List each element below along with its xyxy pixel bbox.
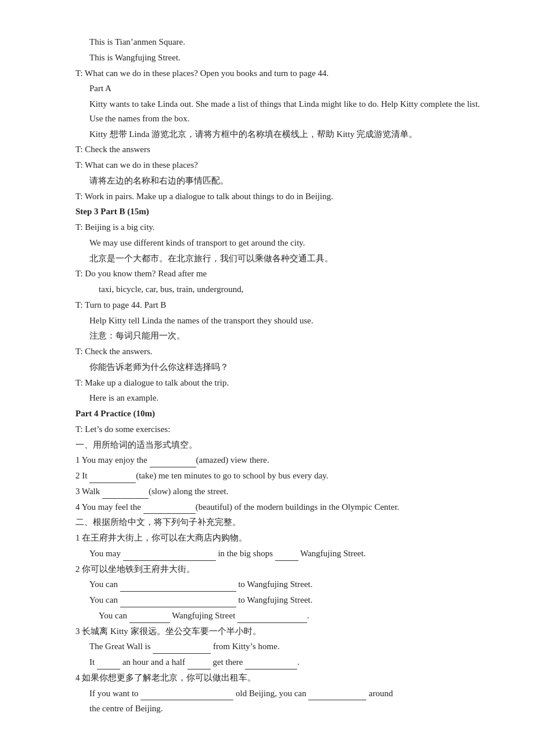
line-part-a: Part A: [75, 81, 482, 96]
blank-wangfujing-2: [237, 614, 307, 623]
line-beijing-big: T: Beijing is a big city.: [75, 220, 482, 235]
line-section1-header: 一、用所给词的适当形式填空。: [75, 438, 482, 452]
line-work-pairs: T: Work in pairs. Make up a dialogue to …: [75, 189, 482, 204]
line-note-chinese: 注意：每词只能用一次。: [75, 329, 482, 343]
line-transport-chinese: 北京是一个大都市。在北京旅行，我们可以乘做各种交通工具。: [75, 251, 482, 266]
document-content: This is Tian’anmen Square. This is Wangf…: [75, 35, 482, 716]
line-tiananmen: This is Tian’anmen Square.: [75, 35, 482, 49]
ex2-q2-en-c: You can Wangfujing Street .: [75, 609, 482, 623]
ex1-q4: 4 You may feel the (beautiful) of the mo…: [75, 500, 482, 514]
line-section2-header: 二、根据所给中文，将下列句子补充完整。: [75, 515, 482, 530]
part4-header: Part 4 Practice (10m): [75, 406, 482, 421]
line-make-dialogue: T: Make up a dialogue to talk about the …: [75, 376, 482, 390]
line-wangfujing-intro: This is Wangfujing Street.: [75, 51, 482, 65]
blank-slow: [102, 490, 149, 499]
ex2-q1-en: You may in the big shops Wangfujing Stre…: [75, 546, 482, 561]
blank-amazed: [150, 459, 196, 467]
line-turn-page44: T: Turn to page 44. Part B: [75, 298, 482, 312]
blank-shop-activity: [123, 552, 216, 561]
line-do-you-know: T: Do you know them? Read after me: [75, 267, 482, 281]
ex2-q2-cn: 2 你可以坐地铁到王府井大街。: [75, 562, 482, 577]
blank-take: [89, 474, 136, 483]
ex1-q2: 2 It (take) me ten minutes to go to scho…: [75, 469, 482, 483]
ex2-q3-en-a: The Great Wall is from Kitty’s home.: [75, 639, 482, 654]
line-help-kitty: Help Kitty tell Linda the names of the t…: [75, 314, 482, 328]
ex2-q2-en-b: You can to Wangfujing Street.: [75, 593, 482, 607]
blank-take-subway-a: [120, 583, 236, 592]
line-check-answers-1: T: Check the answers: [75, 142, 482, 157]
ex1-q1: 1 You may enjoy the (amazed) view there.: [75, 453, 482, 467]
line-kitty-chinese: Kitty 想带 Linda 游览北京，请将方框中的名称填在横线上，帮助 Kit…: [75, 127, 482, 142]
ex2-q1-cn: 1 在王府井大街上，你可以在大商店内购物。: [75, 531, 482, 545]
blank-learn-more: [140, 692, 233, 700]
line-transport-list: taxi, bicycle, car, bus, train, undergro…: [75, 282, 482, 297]
blank-on: [275, 552, 298, 561]
blank-beautiful: [143, 505, 196, 514]
line-match-chinese: 请将左边的名称和右边的事情匹配。: [75, 174, 482, 188]
ex2-q2-en-a: You can to Wangfujing Street.: [75, 577, 482, 592]
line-what-can-1: T: What can we do in these places?: [75, 158, 482, 172]
blank-get-there-end: [245, 661, 297, 669]
line-exercises: T: Let’s do some exercises:: [75, 422, 482, 437]
blank-wangfujing-1: [129, 614, 170, 623]
blank-taxi: [308, 692, 366, 700]
line-example: Here is an example.: [75, 391, 482, 405]
blank-takes: [97, 661, 120, 669]
ex2-q3-en-b: It an hour and a half get there .: [75, 655, 482, 669]
line-teacher-1: T: What can we do in these places? Open …: [75, 66, 482, 81]
blank-to: [187, 661, 211, 669]
blank-take-subway-b: [120, 599, 236, 607]
line-transport-intro: We may use different kinds of transport …: [75, 236, 482, 250]
ex2-q4-en-b: the centre of Beijing.: [75, 701, 482, 716]
ex2-q4-en-a: If you want to old Beijing, you can arou…: [75, 686, 482, 701]
line-check-answers-2: T: Check the answers.: [75, 344, 482, 359]
step3-header: Step 3 Part B (15m): [75, 204, 482, 219]
line-tell-teacher-chinese: 你能告诉老师为什么你这样选择吗？: [75, 360, 482, 375]
line-kitty-desc: Kitty wants to take Linda out. She made …: [75, 97, 482, 126]
ex2-q4-cn: 4 如果你想更多了解老北京，你可以做出租车。: [75, 671, 482, 685]
ex1-q3: 3 Walk (slow) along the street.: [75, 484, 482, 499]
ex2-q3-cn: 3 长城离 Kitty 家很远。坐公交车要一个半小时。: [75, 624, 482, 639]
blank-far: [153, 645, 211, 654]
